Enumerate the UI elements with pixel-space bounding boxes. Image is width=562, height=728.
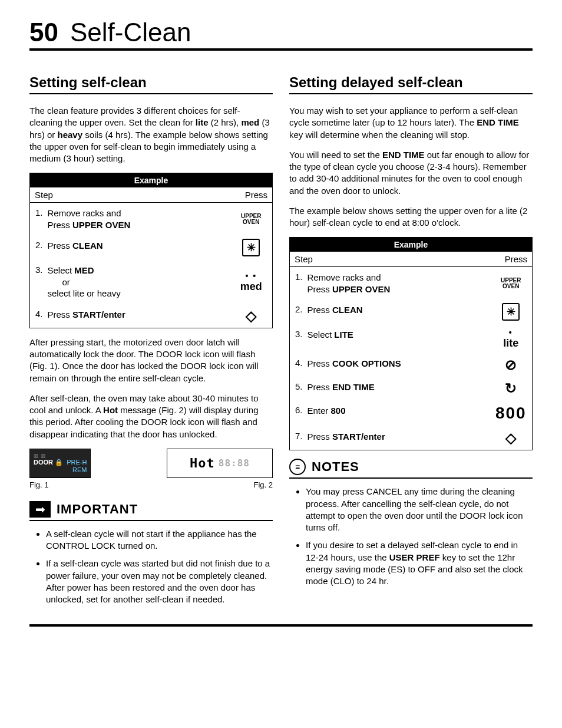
table-row: 2. Press CLEAN ✳ (290, 299, 533, 324)
list-item: A self-clean cycle will not start if the… (46, 528, 273, 552)
table-row: 5. Press END TIME ↻ (290, 377, 533, 400)
table-row: 1. Remove racks and Press UPPER OVEN UPP… (30, 203, 273, 236)
important-list: A self-clean cycle will not start if the… (29, 528, 273, 606)
table-row: 3. Select LITE •lite (290, 324, 533, 353)
intro-paragraph: The clean feature provides 3 different c… (29, 105, 273, 164)
table-row: 2. Press CLEAN ✳ (30, 235, 273, 260)
left-column: Setting self-clean The clean feature pro… (29, 74, 273, 611)
heading-delayed-self-clean: Setting delayed self-clean (289, 74, 533, 94)
table-title: Example (30, 173, 273, 188)
clean-icon: ✳ (242, 239, 260, 256)
right-column: Setting delayed self-clean You may wish … (289, 74, 533, 611)
col-step: Step (290, 252, 490, 267)
table-row: 7. Press START/enter ◇ (290, 426, 533, 450)
right-p2: You will need to set the END TIME out fa… (289, 149, 533, 197)
example-table-right: Example Step Press 1. Remove racks andPr… (289, 237, 533, 450)
figures-row: ▥ ▥ DOOR 🔒 PRE-H REM Fig. 1 Hot 88:88 Fi… (29, 449, 273, 489)
clean-icon: ✳ (502, 303, 520, 321)
figure-1: ▥ ▥ DOOR 🔒 PRE-H REM Fig. 1 (29, 449, 91, 489)
upper-oven-icon: UPPEROVEN (495, 278, 528, 289)
med-label-icon: med (240, 281, 262, 292)
table-title: Example (290, 238, 533, 252)
footer-rule (29, 624, 533, 627)
start-icon: ◇ (505, 430, 516, 446)
arrow-right-icon: ➡ (29, 501, 51, 518)
cook-options-icon: ⊘ (505, 357, 517, 373)
med-dots-icon: • • (245, 271, 257, 281)
upper-oven-icon: UPPEROVEN (235, 213, 268, 225)
table-row: 6. Enter 800 800 (290, 400, 533, 426)
heading-setting-self-clean: Setting self-clean (29, 74, 273, 94)
notes-icon: ≡ (289, 459, 306, 475)
list-item: You may press CANCEL any time during the… (306, 486, 533, 533)
end-time-icon: ↻ (505, 380, 517, 396)
col-press: Press (230, 187, 273, 203)
col-press: Press (490, 252, 533, 267)
table-row: 1. Remove racks andPress UPPER OVEN UPPE… (290, 267, 533, 300)
notes-heading: ≡ NOTES (289, 459, 533, 479)
right-p1: You may wish to set your appliance to pe… (289, 105, 533, 141)
page-number: 50 (29, 18, 58, 47)
example-table-left: Example Step Press 1. Remove racks and P… (29, 173, 273, 328)
lite-dot-icon: • (509, 328, 513, 337)
list-item: If a self-clean cycle was started but di… (46, 558, 273, 605)
post-para-1: After pressing start, the motorized oven… (29, 337, 273, 384)
lite-label-icon: lite (503, 337, 518, 349)
important-heading: ➡ IMPORTANT (29, 501, 273, 521)
table-row: 3. Select MED or select lite or heavy • … (30, 260, 273, 304)
table-row: 4. Press COOK OPTIONS ⊘ (290, 353, 533, 377)
post-para-2: After self-clean, the oven may take abou… (29, 393, 273, 440)
page-title: Self-Clean (70, 18, 191, 47)
figure-2: Hot 88:88 Fig. 2 (167, 449, 273, 489)
door-lock-icon: 🔒 (55, 459, 63, 466)
table-row: 4. Press START/enter ◇ (30, 304, 273, 328)
page-header: 50 Self-Clean (29, 18, 533, 51)
numeric-800-icon: 800 (495, 404, 527, 422)
right-p3: The example below shows setting the uppe… (289, 205, 533, 229)
col-step: Step (30, 187, 230, 203)
notes-list: You may press CANCEL any time during the… (289, 486, 533, 587)
list-item: If you desire to set a delayed self-clea… (306, 539, 533, 587)
start-icon: ◇ (246, 308, 256, 324)
